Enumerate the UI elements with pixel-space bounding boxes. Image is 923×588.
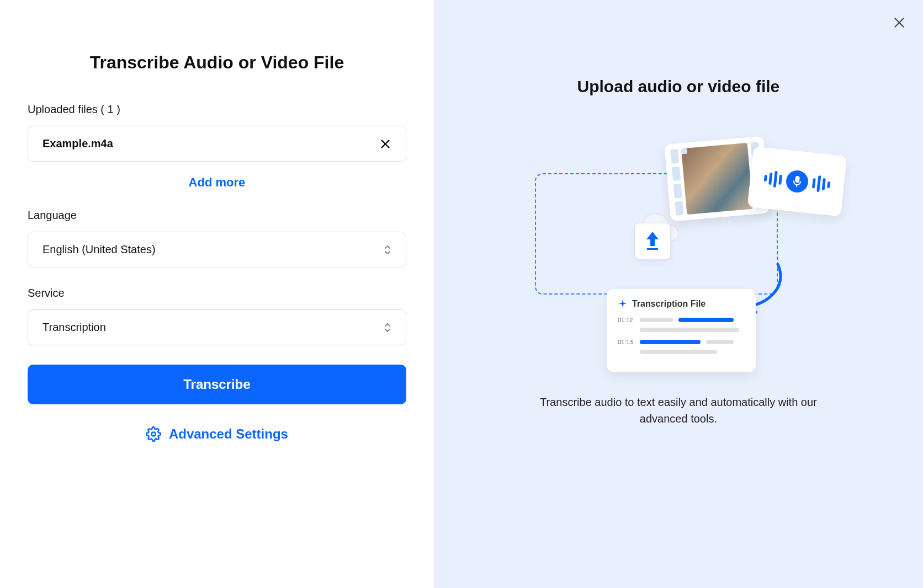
chevron-updown-icon [384,323,391,333]
timestamp: 01:13 [618,339,634,345]
remove-file-button[interactable] [379,138,391,150]
transcribe-button[interactable]: Transcribe [28,365,406,404]
file-name: Example.m4a [43,137,113,150]
right-panel-description: Transcribe audio to text easily and auto… [524,394,833,427]
upload-arrow-icon [643,231,662,252]
right-panel-title: Upload audio or video file [577,77,780,96]
close-icon [892,15,906,30]
svg-rect-5 [647,248,658,250]
chevron-updown-icon [384,245,391,255]
close-icon [379,138,391,150]
language-select[interactable]: English (United States) [28,232,406,268]
advanced-settings-label: Advanced Settings [169,426,288,442]
illustration: Transcription File 01:12 01:13 [535,135,822,366]
microphone-icon [785,169,809,194]
svg-point-2 [151,432,155,436]
audio-card [747,146,847,216]
close-button[interactable] [892,15,906,32]
advanced-settings-link[interactable]: Advanced Settings [28,426,406,442]
timestamp: 01:12 [618,317,634,323]
service-label: Service [28,287,406,300]
svg-rect-6 [795,176,800,183]
transcription-file-card: Transcription File 01:12 01:13 [607,289,756,372]
service-value: Transcription [43,321,106,334]
add-more-link[interactable]: Add more [28,175,406,190]
sparkle-icon [618,299,628,309]
language-label: Language [28,209,406,222]
uploaded-files-label: Uploaded files ( 1 ) [28,103,406,116]
form-section: Uploaded files ( 1 ) Example.m4a Add mor… [28,103,406,442]
video-frame-icon [681,143,753,215]
left-panel: Transcribe Audio or Video File Uploaded … [0,0,434,588]
right-panel: Upload audio or video file [434,0,923,588]
waveform-icon [763,170,783,188]
service-select[interactable]: Transcription [28,309,406,345]
upload-card [634,223,671,259]
waveform-icon [811,175,831,193]
uploaded-file-row: Example.m4a [28,126,406,162]
gear-icon [146,426,161,442]
transcript-card-title: Transcription File [632,299,705,309]
page-title: Transcribe Audio or Video File [90,52,344,73]
language-value: English (United States) [43,243,156,256]
